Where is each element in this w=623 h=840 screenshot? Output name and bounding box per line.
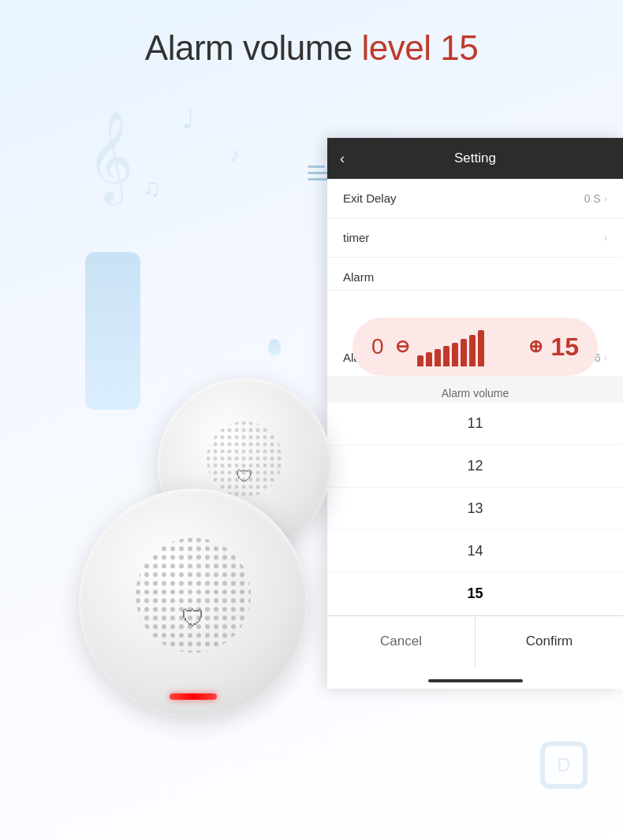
exit-delay-label: Exit Delay	[343, 191, 397, 205]
device-front: 🛡	[79, 489, 308, 717]
water-drop-icon-1	[268, 339, 281, 356]
alarm-row[interactable]: Alarm 0 ⊖ ⊕ 15	[327, 258, 623, 291]
timer-value: ›	[604, 232, 607, 243]
dot-pattern-front	[134, 536, 252, 654]
list-item-14[interactable]: 14	[327, 530, 623, 573]
confirm-button[interactable]: Confirm	[476, 616, 623, 667]
shield-icon-front: 🛡	[181, 605, 205, 632]
vol-bar-2	[426, 352, 432, 366]
vol-bar-4	[443, 346, 450, 366]
list-item-11[interactable]: 11	[327, 403, 623, 445]
svg-point-3	[136, 537, 251, 652]
home-indicator	[327, 667, 623, 689]
vol-bar-1	[417, 355, 423, 366]
devices-area: 🛡 🛡	[32, 355, 363, 812]
app-title: Setting	[454, 151, 496, 166]
volume-bars	[417, 327, 520, 366]
vol-bar-8	[478, 330, 484, 366]
treble-clef-icon: 𝄞	[87, 110, 133, 203]
alarm-volume-chevron: ›	[604, 351, 607, 363]
watermark-logo: D	[540, 742, 588, 789]
shield-icon-back: 🛡	[236, 466, 253, 487]
picker-header: Alarm volume	[327, 377, 623, 403]
music-note-icon-2: ♪	[229, 142, 240, 167]
list-item-12[interactable]: 12	[327, 445, 623, 488]
page-title: Alarm volume level 15	[145, 28, 478, 67]
volume-left-number: 0	[371, 334, 387, 359]
list-item-13[interactable]: 13	[327, 488, 623, 530]
watermark: D	[536, 738, 591, 793]
exit-delay-value: 0 S ›	[584, 192, 607, 205]
app-header: ‹ Setting	[327, 138, 623, 179]
vol-bar-3	[435, 349, 441, 366]
bottom-buttons: Cancel Confirm	[327, 615, 623, 667]
timer-row[interactable]: timer ›	[327, 218, 623, 258]
volume-popup: 0 ⊖ ⊕ 15	[353, 318, 598, 376]
timer-chevron: ›	[604, 232, 607, 243]
volume-plus-button[interactable]: ⊕	[528, 336, 543, 357]
volume-right-number: 15	[550, 333, 579, 362]
exit-delay-row[interactable]: Exit Delay 0 S ›	[327, 179, 623, 218]
red-led	[170, 693, 217, 700]
exit-delay-chevron: ›	[604, 192, 607, 204]
back-button[interactable]: ‹	[340, 151, 345, 167]
music-note-icon-3: ♫	[142, 173, 161, 203]
alarm-label: Alarm	[343, 270, 374, 284]
music-note-icon-1: ♩	[181, 102, 195, 136]
cancel-button[interactable]: Cancel	[327, 616, 476, 667]
home-indicator-bar	[428, 679, 523, 682]
volume-minus-button[interactable]: ⊖	[395, 336, 409, 357]
vol-bar-5	[452, 343, 458, 366]
list-item-15[interactable]: 15	[327, 573, 623, 615]
app-panel: ‹ Setting Exit Delay 0 S › timer › Alarm…	[327, 138, 623, 689]
vol-bar-7	[469, 335, 476, 366]
timer-label: timer	[343, 231, 369, 244]
vol-bar-6	[461, 339, 467, 366]
